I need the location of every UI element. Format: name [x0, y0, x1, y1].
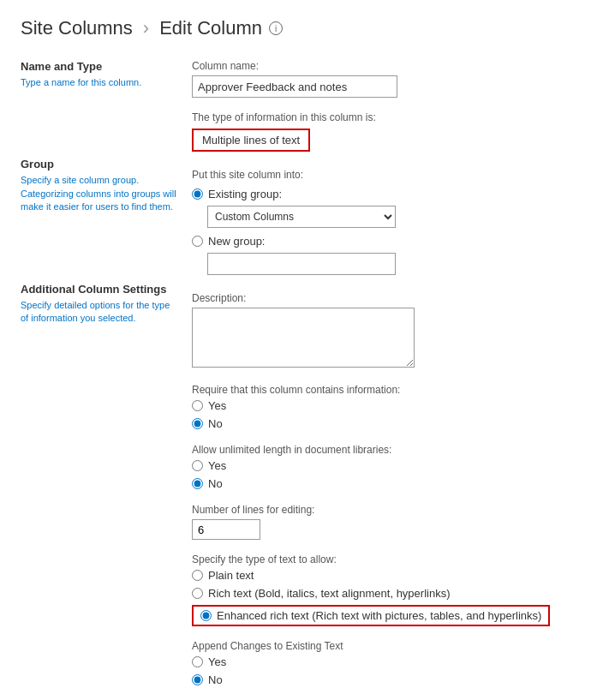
additional-desc: Specify detailed options for the type of…	[21, 299, 178, 326]
unlimited-no-radio[interactable]	[192, 478, 203, 489]
group-right: Put this site column into: Existing grou…	[192, 169, 576, 275]
num-lines-label: Number of lines for editing:	[192, 504, 576, 516]
group-label: Group	[21, 158, 178, 171]
enhanced-text-label: Enhanced rich text (Rich text with pictu…	[217, 609, 541, 622]
new-group-input[interactable]	[207, 253, 396, 275]
column-name-row: Column name:	[192, 60, 576, 98]
edit-column-title: Edit Column	[159, 17, 262, 39]
description-label: Description:	[192, 292, 576, 304]
column-name-input[interactable]	[192, 75, 397, 98]
type-row: The type of information in this column i…	[192, 111, 576, 152]
append-no-label: No	[208, 673, 223, 686]
type-value-text: Multiple lines of text	[202, 134, 300, 147]
rich-text-radio[interactable]	[192, 588, 203, 599]
enhanced-text-radio[interactable]	[200, 610, 212, 621]
new-group-radio-row: New group:	[192, 235, 576, 248]
existing-group-label: Existing group:	[208, 188, 282, 200]
require-yes-label: Yes	[208, 399, 226, 412]
name-type-section-left: Name and Type Type a name for this colum…	[21, 60, 178, 89]
existing-group-dropdown[interactable]: Custom Columns Base Columns Core Contact…	[207, 206, 396, 228]
existing-group-radio-row: Existing group:	[192, 188, 576, 200]
right-panel: Column name: The type of information in …	[192, 60, 576, 700]
name-type-right: Column name: The type of information in …	[192, 60, 576, 152]
type-value-box: Multiple lines of text	[192, 129, 310, 152]
put-into-label: Put this site column into:	[192, 169, 576, 181]
page-header: Site Columns › Edit Column i	[21, 17, 576, 39]
require-yes-row: Yes	[192, 399, 576, 412]
group-desc: Specify a site column group. Categorizin…	[21, 174, 178, 213]
plain-text-label: Plain text	[208, 569, 254, 582]
unlimited-no-label: No	[208, 477, 223, 490]
group-section-left: Group Specify a site column group. Categ…	[21, 158, 178, 213]
unlimited-label: Allow unlimited length in document libra…	[192, 444, 576, 456]
info-icon[interactable]: i	[269, 21, 283, 35]
require-no-radio[interactable]	[192, 418, 203, 429]
existing-group-radio[interactable]	[192, 188, 203, 200]
description-row: Description:	[192, 292, 576, 370]
plain-text-radio[interactable]	[192, 570, 203, 581]
unlimited-yes-row: Yes	[192, 459, 576, 472]
unlimited-yes-label: Yes	[208, 459, 226, 472]
append-yes-radio[interactable]	[192, 656, 203, 667]
append-label: Append Changes to Existing Text	[192, 640, 576, 652]
append-yes-label: Yes	[208, 655, 226, 668]
rich-text-label: Rich text (Bold, italics, text alignment…	[208, 587, 451, 600]
num-lines-input[interactable]	[192, 519, 260, 540]
append-no-row: No	[192, 673, 576, 686]
name-type-label: Name and Type	[21, 60, 178, 73]
unlimited-row: Allow unlimited length in document libra…	[192, 444, 576, 490]
type-info-label: The type of information in this column i…	[192, 111, 576, 123]
enhanced-text-row: Enhanced rich text (Rich text with pictu…	[192, 605, 550, 626]
append-no-radio[interactable]	[192, 674, 203, 685]
unlimited-no-row: No	[192, 477, 576, 490]
left-panel: Name and Type Type a name for this colum…	[21, 60, 192, 700]
additional-label: Additional Column Settings	[21, 283, 178, 296]
require-row: Require that this column contains inform…	[192, 384, 576, 430]
text-type-label: Specify the type of text to allow:	[192, 553, 576, 565]
unlimited-yes-radio[interactable]	[192, 460, 203, 471]
require-label: Require that this column contains inform…	[192, 384, 576, 396]
num-lines-row: Number of lines for editing:	[192, 504, 576, 540]
append-row: Append Changes to Existing Text Yes No	[192, 640, 576, 686]
main-layout: Name and Type Type a name for this colum…	[21, 60, 576, 700]
plain-text-row: Plain text	[192, 569, 576, 582]
new-group-label: New group:	[208, 235, 265, 248]
name-type-desc: Type a name for this column.	[21, 76, 178, 89]
additional-section-left: Additional Column Settings Specify detai…	[21, 283, 178, 326]
require-no-row: No	[192, 417, 576, 430]
rich-text-row: Rich text (Bold, italics, text alignment…	[192, 587, 576, 600]
text-type-row: Specify the type of text to allow: Plain…	[192, 553, 576, 626]
site-columns-title: Site Columns	[21, 17, 133, 39]
new-group-radio[interactable]	[192, 236, 203, 247]
require-yes-radio[interactable]	[192, 400, 203, 411]
breadcrumb-separator: ›	[143, 17, 149, 39]
column-name-label: Column name:	[192, 60, 576, 72]
require-no-label: No	[208, 417, 223, 430]
additional-right: Description: Require that this column co…	[192, 292, 576, 700]
description-textarea[interactable]	[192, 308, 415, 368]
append-yes-row: Yes	[192, 655, 576, 668]
